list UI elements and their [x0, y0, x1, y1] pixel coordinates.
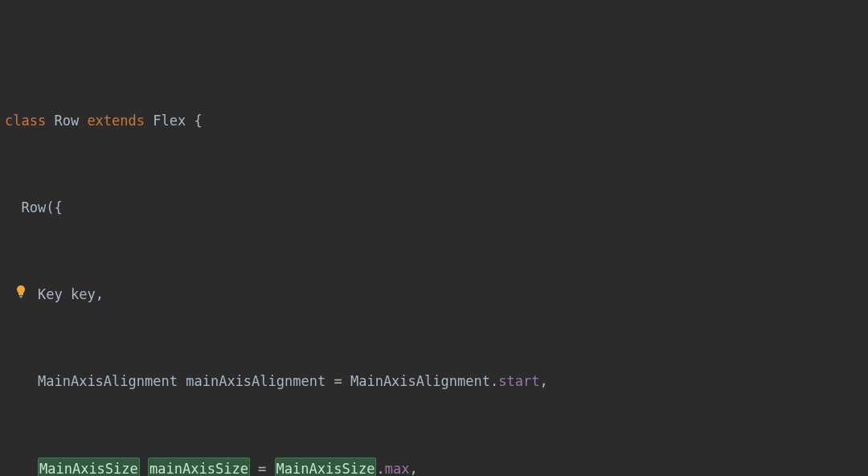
search-highlight: MainAxisSize: [275, 458, 377, 476]
code-line: MainAxisAlignment mainAxisAlignment = Ma…: [0, 371, 868, 392]
search-highlight: mainAxisSize: [148, 458, 250, 476]
lightbulb-icon[interactable]: [13, 240, 29, 256]
svg-rect-0: [19, 296, 23, 297]
search-highlight: MainAxisSize: [38, 458, 140, 476]
svg-rect-1: [20, 297, 23, 298]
code-line: Row({: [0, 197, 868, 219]
code-line: class Row extends Flex {: [0, 110, 868, 132]
code-editor[interactable]: class Row extends Flex { Row({ Key key, …: [0, 0, 868, 476]
code-line: Key key,: [0, 284, 868, 306]
code-line: MainAxisSize mainAxisSize = MainAxisSize…: [0, 458, 868, 476]
